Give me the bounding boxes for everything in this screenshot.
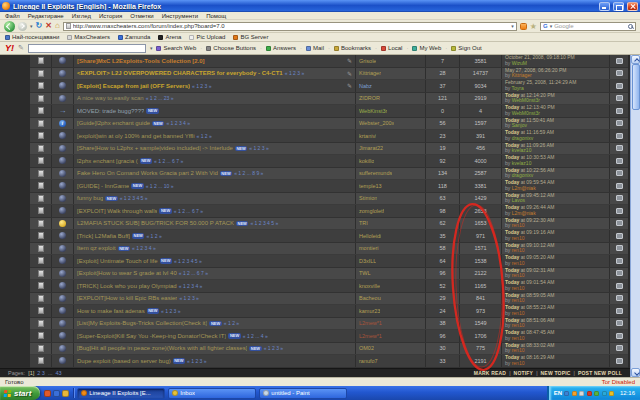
last-post-jump-icon[interactable] [616,83,623,89]
bookmark-item[interactable]: Pic Upload [189,34,225,40]
menu-item[interactable]: Редактиране [28,12,64,20]
last-post-jump-icon[interactable] [616,70,623,76]
bookmark-item[interactable]: BG Server [233,34,268,40]
last-post-jump-icon[interactable] [616,333,623,339]
topic-title-link[interactable]: [List]My Exploits-Bugs-Tricks Collection… [77,320,207,326]
page-number-link[interactable]: ... [48,370,53,376]
last-post-author-link[interactable]: ren10 [512,285,525,291]
start-button[interactable]: start [0,386,40,400]
search-box[interactable]: G ▾ Google [540,22,636,31]
yahoo-toolbar-button[interactable]: Bookmarks [334,45,371,51]
topic-starter-link[interactable]: WebKinst3r [359,108,387,114]
last-post-jump-icon[interactable] [616,245,623,251]
topic-pages-links[interactable]: « 1 2 3 » [285,70,304,76]
topic-pages-links[interactable]: « 1 2 3 » [187,358,206,364]
topic-title-link[interactable]: [Exploit] Untimate Touch of life [77,258,158,264]
topic-starter-link[interactable]: TWL [359,270,371,276]
topic-title-link[interactable]: [exploit]win at oly 100% and get banned … [77,133,195,139]
topic-pages-links[interactable]: « 1 2 3 » [192,83,211,89]
rss-feed-icon[interactable] [520,23,527,30]
bookmark-item[interactable]: Най-посещавани [5,34,59,40]
topic-pages-links[interactable]: « 1 2 3 4 » [166,120,190,126]
topic-pages-links[interactable]: « 1 2 ... 6 7 » [174,208,203,214]
page-number-link[interactable]: 43 [56,370,62,376]
last-post-author-link[interactable]: ren10 [512,310,525,316]
last-post-jump-icon[interactable] [616,308,623,314]
topic-title-link[interactable]: Dupe exploit (based on server bug) [77,358,171,364]
topic-title-link[interactable]: L2MAFIA STUCK SUB] BUG/TRICK FOR 50.000 … [77,220,234,226]
last-post-jump-icon[interactable] [616,95,623,101]
last-post-author-link[interactable]: ren10 [512,260,525,266]
topic-title-link[interactable]: Fake Hero On Comand Works Gracia part 2 … [77,170,218,176]
search-engine-dropdown-icon[interactable]: ▾ [550,24,553,29]
topic-starter-link[interactable]: krtanivl [359,133,376,139]
maximize-button[interactable] [613,2,624,11]
topic-starter-link[interactable]: montieri [359,245,379,251]
topic-title-link[interactable]: [EXPLOIT] Walk through walls [77,208,157,214]
topic-pages-links[interactable]: « 1 2 3 4 5 » [250,220,278,226]
last-post-author-link[interactable]: Sanjov [512,122,527,128]
url-dropdown-icon[interactable]: ▾ [511,24,514,29]
last-post-jump-icon[interactable] [616,220,623,226]
page-number-link[interactable]: 2 3 [37,370,45,376]
last-post-author-link[interactable]: kvelaz10 [512,147,532,153]
language-indicator[interactable]: EN [554,390,562,396]
last-post-author-link[interactable]: dragonixv [512,172,534,178]
topic-title-link[interactable]: [Guide]l2phx enchant guide [77,120,150,126]
scrollbar-thumb[interactable] [632,64,640,110]
topic-title-link[interactable]: How to make fast adenas [77,308,145,314]
topic-starter-link[interactable]: Helloleidi [359,233,381,239]
last-post-author-link[interactable]: WebM0nst3r [512,110,540,116]
topic-pages-links[interactable]: « 1 2 ... 10 » [146,183,174,189]
quick-launch-icon[interactable] [53,390,60,397]
yahoo-toolbar-button[interactable]: My Web [412,45,441,51]
yahoo-toolbar-button[interactable]: Choose Buttons [206,45,256,51]
last-post-author-link[interactable]: Toyra [512,85,524,91]
topic-starter-link[interactable]: ZIDROR [359,95,380,101]
yahoo-toolbar-button[interactable]: Local [381,45,402,51]
yahoo-logo[interactable]: Y! [5,43,14,53]
history-dropdown-icon[interactable]: ▾ [30,24,33,29]
last-post-author-link[interactable]: kvelaz10 [512,160,532,166]
last-post-jump-icon[interactable] [616,133,623,139]
topic-title-link[interactable]: [EXPLOIT]How to kill Epic RBs easier [77,295,177,301]
topic-pages-links[interactable]: « 1 2 ... 8 9 » [234,170,263,176]
topic-pages-links[interactable]: « 1 2 ... 23 » [146,95,174,101]
last-post-jump-icon[interactable] [616,183,623,189]
yahoo-toolbar-button[interactable]: Search Web [156,45,196,51]
topic-starter-link[interactable]: ranufo7 [359,358,378,364]
footer-action-link[interactable]: NOTIFY [514,370,534,376]
topic-starter-link[interactable]: L2mew*1 [359,320,382,326]
yahoo-toolbar-button[interactable]: Sign Out [451,45,481,51]
footer-action-link[interactable]: NEW TOPIC [541,370,571,376]
tray-icon[interactable] [602,391,607,396]
url-bar[interactable]: http://www.maxcheaters.com/forum/index.p… [63,22,517,31]
last-post-author-link[interactable]: ren10 [512,322,525,328]
topic-starter-link[interactable]: Stimion [359,195,377,201]
last-post-jump-icon[interactable] [616,258,623,264]
menu-item[interactable]: Инструменти [162,12,198,20]
topic-starter-link[interactable]: Bacheou [359,295,381,301]
last-post-author-link[interactable]: ren10 [512,347,525,353]
topic-pages-links[interactable]: « 1 2 3 4 » [179,283,203,289]
last-post-author-link[interactable]: ren10 [512,222,525,228]
topic-pages-links[interactable]: « 1 2 3 » [264,345,283,351]
topic-starter-link[interactable]: OM02 [359,345,374,351]
stop-icon[interactable]: ✕ [45,21,52,31]
scrollbar-track[interactable] [631,110,640,368]
last-post-jump-icon[interactable] [616,358,623,364]
topic-starter-link[interactable]: Kittriager [359,70,381,76]
bookmark-item[interactable]: Arena [158,34,181,40]
vertical-scrollbar[interactable] [630,55,640,377]
topic-starter-link[interactable]: temple13 [359,183,382,189]
last-post-author-link[interactable]: dragonixv [512,135,534,141]
last-post-author-link[interactable]: WebM0nst3r [512,97,540,103]
tray-icon[interactable] [564,391,569,396]
topic-starter-link[interactable]: sufferemunds [359,170,392,176]
bookmark-item[interactable]: Zamunda [118,34,150,40]
topic-pages-links[interactable]: « 1 2 ... 4 » [243,333,268,339]
topic-pages-links[interactable]: « 1 2 3 » [249,145,268,151]
search-icon[interactable] [628,24,633,29]
topic-title-link[interactable]: [Exploit] Escape from jail (OFF Servers) [77,83,190,89]
yahoo-toolbar-button[interactable]: Mail [306,45,324,51]
